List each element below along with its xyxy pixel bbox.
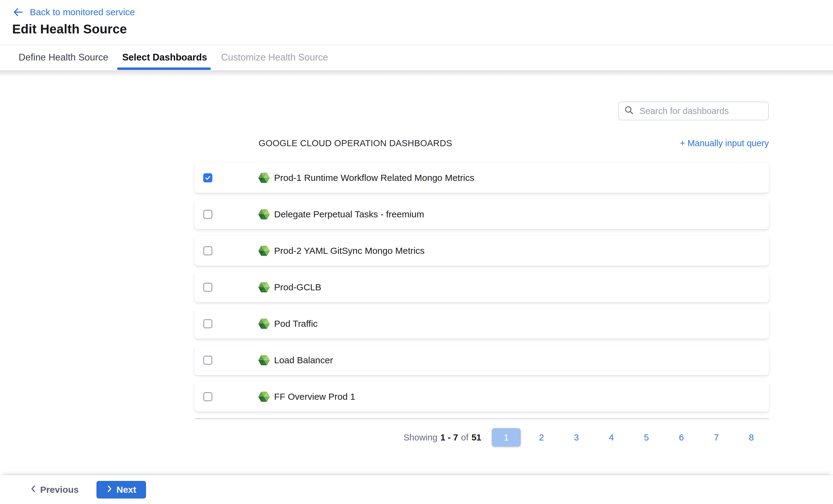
dashboard-label: Load Balancer (274, 355, 333, 366)
dashboard-search-box[interactable] (618, 102, 769, 120)
dashboard-checkbox[interactable] (203, 356, 212, 365)
total-count: 51 (472, 433, 481, 443)
tab-define-health-source[interactable]: Define Health Source (19, 45, 108, 70)
dashboard-row[interactable]: FF Overview Prod 1 (195, 382, 769, 411)
dashboard-row[interactable]: Pod Traffic (195, 309, 769, 338)
dashboard-checkbox[interactable] (203, 392, 212, 401)
previous-button[interactable]: Previous (30, 484, 79, 495)
previous-label: Previous (40, 484, 79, 495)
page-button-8[interactable]: 8 (734, 428, 769, 447)
dashboard-list: Prod-1 Runtime Workflow Related Mongo Me… (195, 163, 769, 418)
dashboard-row[interactable]: Load Balancer (195, 345, 769, 375)
dashboard-row[interactable]: Prod-2 YAML GitSync Mongo Metrics (195, 236, 769, 266)
manually-input-query-link[interactable]: + Manually input query (680, 138, 769, 148)
pagination: Showing 1 - 7 of 51 1 2 3 4 5 6 7 8 (195, 427, 769, 448)
section-title: GOOGLE CLOUD OPERATION DASHBOARDS (259, 138, 452, 148)
pagination-summary: Showing 1 - 7 of 51 (403, 433, 481, 443)
page-button-4[interactable]: 4 (594, 428, 629, 447)
dashboard-hexagon-icon (258, 318, 270, 330)
dashboard-label: Delegate Perpetual Tasks - freemium (274, 209, 424, 220)
search-icon (624, 105, 634, 117)
back-link-label: Back to monitored service (30, 7, 135, 17)
dashboard-hexagon-icon (258, 281, 270, 293)
health-source-tabbar: Define Health Source Select Dashboards C… (0, 44, 833, 70)
dashboard-hexagon-icon (258, 354, 270, 366)
dashboard-label: Pod Traffic (274, 319, 318, 329)
page-button-7[interactable]: 7 (699, 428, 734, 447)
tab-select-dashboards[interactable]: Select Dashboards (122, 45, 207, 70)
dashboard-hexagon-icon (258, 208, 270, 220)
dashboard-row[interactable]: Delegate Perpetual Tasks - freemium (195, 199, 769, 229)
page-title: Edit Health Source (12, 22, 127, 36)
of-label: of (461, 433, 469, 443)
dashboard-checkbox[interactable] (203, 319, 212, 328)
dashboard-checkbox[interactable] (203, 283, 212, 292)
dashboard-hexagon-icon (258, 245, 270, 257)
dashboard-label: FF Overview Prod 1 (274, 392, 355, 402)
next-label: Next (117, 484, 136, 495)
page-button-2[interactable]: 2 (524, 428, 559, 447)
dashboard-label: Prod-GCLB (274, 282, 321, 293)
back-arrow-icon (11, 7, 24, 18)
section-header-row: GOOGLE CLOUD OPERATION DASHBOARDS + Manu… (195, 137, 769, 150)
showing-label: Showing (403, 433, 437, 443)
tab-customize-health-source[interactable]: Customize Health Source (221, 45, 328, 70)
page-header: Back to monitored service Edit Health So… (0, 0, 833, 44)
dashboard-hexagon-icon (258, 172, 270, 184)
dashboard-row[interactable]: Prod-GCLB (195, 272, 769, 302)
search-input[interactable] (639, 106, 763, 117)
page-button-6[interactable]: 6 (664, 428, 699, 447)
page-button-5[interactable]: 5 (629, 428, 664, 447)
footer-bar: Previous Next (0, 475, 833, 504)
chevron-left-icon (30, 484, 37, 495)
dashboard-checkbox[interactable] (203, 210, 212, 219)
dashboard-checkbox[interactable] (203, 173, 212, 182)
back-to-monitored-service-link[interactable]: Back to monitored service (11, 7, 135, 18)
next-button[interactable]: Next (96, 481, 146, 499)
dashboard-label: Prod-2 YAML GitSync Mongo Metrics (274, 246, 425, 256)
dashboard-hexagon-icon (258, 390, 270, 403)
page-button-1[interactable]: 1 (492, 428, 521, 447)
page-button-3[interactable]: 3 (559, 428, 594, 447)
edit-health-source-page: Back to monitored service Edit Health So… (0, 0, 833, 504)
dashboard-checkbox[interactable] (203, 246, 212, 255)
chevron-right-icon (106, 484, 113, 495)
showing-range: 1 - 7 (441, 433, 458, 443)
list-bottom-divider (195, 418, 769, 419)
dashboard-label: Prod-1 Runtime Workflow Related Mongo Me… (274, 173, 474, 183)
dashboard-row[interactable]: Prod-1 Runtime Workflow Related Mongo Me… (195, 163, 769, 193)
